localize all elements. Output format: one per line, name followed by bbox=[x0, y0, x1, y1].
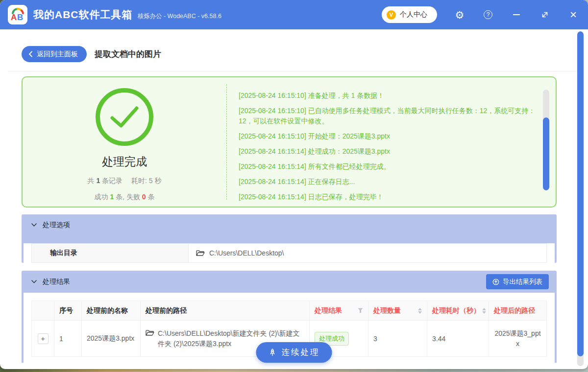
col-path-before: 处理前的路径 bbox=[141, 301, 310, 321]
folder-icon bbox=[196, 250, 205, 256]
status-title: 处理完成 bbox=[102, 154, 147, 169]
titlebar: A B 我的ABC软件工具箱 核烁办公 - WodeABC - v6.58.6 … bbox=[0, 0, 588, 29]
log-scrollbar[interactable] bbox=[543, 90, 549, 190]
log-line: [2025-08-24 16:15:14] 日志已保存，处理完毕！ bbox=[239, 189, 536, 205]
page-header: 返回到主面板 提取文档中的图片 bbox=[0, 29, 588, 71]
header-divider bbox=[8, 71, 580, 71]
index-cell: 1 bbox=[54, 321, 82, 357]
chevron-left-icon bbox=[28, 51, 33, 57]
col-result: 处理结果 bbox=[310, 301, 368, 321]
continue-processing-label: 连续处理 bbox=[282, 347, 320, 358]
main-scrollbar-thumb[interactable] bbox=[577, 31, 584, 356]
back-button-label: 返回到主面板 bbox=[37, 50, 78, 59]
name-cell: 2025课题3.pptx bbox=[82, 321, 141, 357]
sort-icon[interactable] bbox=[482, 308, 486, 314]
table-header-row: 序号 处理前的名称 处理前的路径 处理结果 处理数量 bbox=[32, 301, 547, 321]
total-count: 1 bbox=[96, 177, 100, 185]
status-totals: 共 1 条记录 耗时: 5 秒 bbox=[88, 177, 162, 186]
minimize-button[interactable] bbox=[511, 9, 522, 21]
log-list: [2025-08-24 16:15:10] 准备处理，共 1 条数据！ [202… bbox=[239, 88, 536, 205]
folder-icon bbox=[146, 329, 154, 336]
svg-text:A: A bbox=[11, 13, 17, 22]
col-name-before: 处理前的名称 bbox=[82, 301, 141, 321]
export-results-label: 导出结果列表 bbox=[503, 278, 542, 286]
app-window: A B 我的ABC软件工具箱 核烁办公 - WodeABC - v6.58.6 … bbox=[0, 0, 588, 369]
svg-text:B: B bbox=[17, 13, 23, 22]
app-logo-icon: A B bbox=[8, 5, 27, 24]
options-section-title: 处理选项 bbox=[43, 221, 70, 230]
col-expand bbox=[32, 301, 54, 321]
log-line: [2025-08-24 16:15:14] 所有文件都已经处理完成。 bbox=[239, 159, 536, 174]
col-path-after: 处理后的路径 bbox=[489, 301, 547, 321]
user-center-label: 个人中心 bbox=[400, 10, 427, 19]
output-dir-label: 输出目录 bbox=[32, 244, 189, 262]
app-subtitle: 核烁办公 - WodeABC - v6.58.6 bbox=[138, 12, 221, 21]
output-dir-value[interactable]: C:\Users\DELL\Desktop\ bbox=[189, 244, 546, 262]
success-check-icon bbox=[96, 88, 153, 146]
back-to-main-button[interactable]: 返回到主面板 bbox=[22, 46, 87, 62]
count-cell: 3 bbox=[368, 321, 427, 357]
output-dir-path: C:\Users\DELL\Desktop\ bbox=[209, 249, 284, 257]
main-scrollbar[interactable] bbox=[577, 31, 584, 366]
elapsed-cell: 3.44 bbox=[427, 321, 489, 357]
user-center-button[interactable]: V 个人中心 bbox=[382, 6, 437, 23]
settings-gear-icon[interactable]: ⚙ bbox=[454, 9, 466, 21]
results-section-header[interactable]: 处理结果 导出结果列表 bbox=[22, 271, 557, 293]
options-section-header[interactable]: 处理选项 bbox=[22, 214, 557, 235]
filter-icon[interactable] bbox=[358, 308, 363, 313]
options-section-body: 输出目录 C:\Users\DELL\Desktop\ bbox=[24, 243, 555, 263]
export-results-button[interactable]: 导出结果列表 bbox=[486, 274, 549, 289]
close-button[interactable]: × bbox=[567, 9, 579, 21]
expand-cell: + bbox=[32, 321, 54, 357]
expand-row-button[interactable]: + bbox=[38, 333, 49, 344]
upload-icon bbox=[492, 279, 499, 285]
col-elapsed: 处理耗时（秒） bbox=[427, 301, 489, 321]
log-line: [2025-08-24 16:15:10] 开始处理：2025课题3.pptx bbox=[239, 129, 536, 144]
resize-button[interactable] bbox=[539, 9, 551, 21]
fail-count: 0 bbox=[142, 193, 146, 201]
continue-processing-button[interactable]: 连续处理 bbox=[256, 342, 332, 363]
titlebar-actions: V 个人中心 ⚙ ? × bbox=[382, 6, 579, 23]
options-section: 处理选项 输出目录 C:\Users\DELL\Desktop\ bbox=[22, 214, 557, 263]
output-dir-row: 输出目录 C:\Users\DELL\Desktop\ bbox=[31, 243, 547, 263]
log-scrollbar-thumb[interactable] bbox=[543, 117, 549, 190]
results-section-title: 处理结果 bbox=[43, 278, 70, 286]
vip-icon: V bbox=[387, 10, 396, 20]
help-icon[interactable]: ? bbox=[482, 9, 494, 21]
log-area: [2025-08-24 16:15:10] 准备处理，共 1 条数据！ [202… bbox=[226, 84, 556, 200]
success-count: 1 bbox=[110, 193, 114, 201]
status-panel: 处理完成 共 1 条记录 耗时: 5 秒 成功 1 条, 失败 0 条 [202… bbox=[22, 76, 557, 208]
log-line: [2025-08-24 16:15:14] 处理成功：2025课题3.pptx bbox=[239, 144, 536, 159]
rocket-icon bbox=[269, 349, 277, 357]
elapsed-time: 耗时: 5 秒 bbox=[131, 177, 161, 185]
sort-icon[interactable] bbox=[418, 308, 422, 314]
chevron-down-icon bbox=[31, 223, 37, 227]
page-title: 提取文档中的图片 bbox=[95, 48, 161, 60]
col-count: 处理数量 bbox=[368, 301, 427, 321]
after-path-cell: 2025课题3_pptx bbox=[489, 321, 547, 357]
col-index: 序号 bbox=[54, 301, 82, 321]
log-line: [2025-08-24 16:15:10] 准备处理，共 1 条数据！ bbox=[239, 88, 536, 103]
status-summary: 处理完成 共 1 条记录 耗时: 5 秒 成功 1 条, 失败 0 条 bbox=[23, 77, 226, 207]
log-line: [2025-08-24 16:15:14] 正在保存日志... bbox=[239, 174, 536, 189]
log-line: [2025-08-24 16:15:10] 已自动使用多任务处理模式，当前最大同… bbox=[239, 103, 536, 129]
status-success-fail: 成功 1 条, 失败 0 条 bbox=[95, 193, 155, 202]
app-title: 我的ABC软件工具箱 bbox=[33, 8, 133, 22]
chevron-down-icon bbox=[31, 280, 37, 283]
